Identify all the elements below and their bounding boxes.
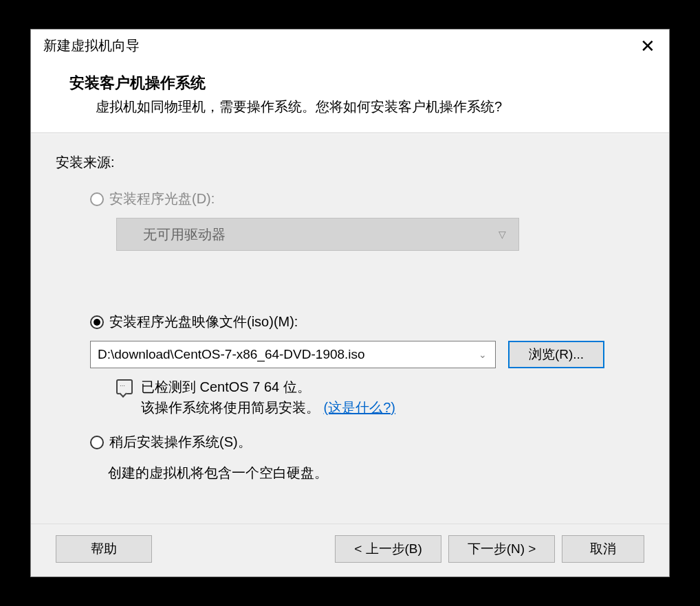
easy-install-help-link[interactable]: (这是什么?) (324, 400, 395, 415)
cancel-button[interactable]: 取消 (562, 535, 644, 563)
chevron-down-icon[interactable]: ⌄ (479, 349, 487, 360)
browse-button[interactable]: 浏览(R)... (508, 341, 604, 368)
radio-install-later[interactable] (90, 436, 104, 449)
detection-line1: 已检测到 CentOS 7 64 位。 (141, 379, 311, 394)
option-installer-disc[interactable]: 安装程序光盘(D): (90, 190, 644, 208)
chevron-down-icon: ▽ (499, 229, 506, 240)
option-iso-image-label: 安装程序光盘映像文件(iso)(M): (109, 313, 298, 331)
radio-iso-image[interactable] (90, 315, 104, 329)
titlebar: 新建虚拟机向导 ✕ (31, 30, 669, 60)
next-button[interactable]: 下一步(N) > (448, 535, 555, 563)
new-vm-wizard-dialog: 新建虚拟机向导 ✕ 安装客户机操作系统 虚拟机如同物理机，需要操作系统。您将如何… (30, 29, 670, 577)
dialog-title: 新建虚拟机向导 (43, 36, 140, 55)
wizard-footer: 帮助 < 上一步(B) 下一步(N) > 取消 (31, 524, 669, 576)
option-iso-image[interactable]: 安装程序光盘映像文件(iso)(M): (90, 313, 644, 331)
option-installer-disc-label: 安装程序光盘(D): (109, 190, 215, 208)
install-later-description: 创建的虚拟机将包含一个空白硬盘。 (108, 464, 644, 482)
wizard-step-title: 安装客户机操作系统 (69, 73, 650, 93)
detection-info: ⋯ 已检测到 CentOS 7 64 位。 该操作系统将使用简易安装。 (这是什… (116, 377, 644, 418)
wizard-step-description: 虚拟机如同物理机，需要操作系统。您将如何安装客户机操作系统? (96, 98, 650, 116)
close-icon[interactable]: ✕ (636, 37, 659, 55)
iso-path-value: D:\download\CentOS-7-x86_64-DVD-1908.iso (98, 347, 365, 362)
wizard-content: 安装来源: 安装程序光盘(D): 无可用驱动器 ▽ 安装程序光盘映像文件(iso… (31, 133, 669, 524)
detection-line2-prefix: 该操作系统将使用简易安装。 (141, 400, 320, 415)
option-install-later-label: 稍后安装操作系统(S)。 (109, 433, 252, 451)
radio-installer-disc[interactable] (90, 192, 104, 206)
install-source-label: 安装来源: (56, 153, 644, 172)
disc-drive-value: 无可用驱动器 (143, 225, 226, 244)
iso-path-row: D:\download\CentOS-7-x86_64-DVD-1908.iso… (90, 341, 644, 368)
help-button[interactable]: 帮助 (56, 535, 152, 563)
option-install-later[interactable]: 稍后安装操作系统(S)。 (90, 433, 644, 451)
back-button[interactable]: < 上一步(B) (335, 535, 441, 563)
info-icon: ⋯ (116, 379, 133, 394)
wizard-header: 安装客户机操作系统 虚拟机如同物理机，需要操作系统。您将如何安装客户机操作系统? (31, 60, 669, 133)
detection-text: 已检测到 CentOS 7 64 位。 该操作系统将使用简易安装。 (这是什么?… (141, 377, 395, 418)
iso-path-combobox[interactable]: D:\download\CentOS-7-x86_64-DVD-1908.iso… (90, 341, 496, 368)
disc-drive-dropdown: 无可用驱动器 ▽ (116, 218, 519, 251)
